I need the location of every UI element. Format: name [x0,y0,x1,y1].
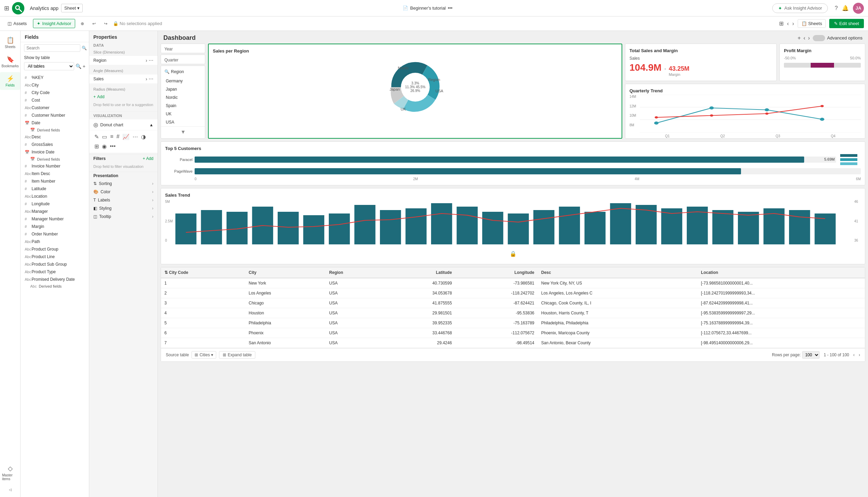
region-spain[interactable]: Spain [161,102,205,110]
region-germany[interactable]: Germany [161,77,205,85]
prev-page-icon[interactable]: ‹ [853,352,855,357]
col-desc[interactable]: Desc [538,267,698,278]
labels-row[interactable]: T Labels › [89,196,158,204]
sidebar-collapse-btn[interactable]: ◁ [0,485,20,494]
filter-add-btn[interactable]: + Add [143,156,153,161]
field-item-manager[interactable]: Abc Manager [21,208,89,215]
user-avatar[interactable]: JA [853,3,864,14]
col-city-code[interactable]: ⇅ City Code [161,267,245,278]
next-page-btn[interactable]: › [808,35,810,41]
sheet-dropdown[interactable]: Sheet ▾ [61,4,83,12]
field-item-product-sub[interactable]: Abc Product Sub Group [21,261,89,268]
field-item-desc[interactable]: Abc Desc [21,133,89,141]
tooltip-row[interactable]: ◫ Tooltip › [89,212,158,221]
col-location[interactable]: Location [697,267,865,278]
field-item-invoice-date[interactable]: 📅 Invoice Date [21,148,89,156]
field-item-product-type[interactable]: Abc Product Type [21,268,89,276]
derived-bottom[interactable]: Abc Derived fields [21,283,89,289]
cities-dropdown[interactable]: ⊞ Cities ▾ [192,351,216,359]
sales-expand-btn[interactable]: › [146,76,147,82]
styling-arrow[interactable]: › [152,206,153,211]
field-item-citycode[interactable]: # City Code [21,89,89,96]
sorting-row[interactable]: ⇅ Sorting › [89,180,158,188]
help-icon[interactable]: ? [835,5,838,11]
derived-invoice-date[interactable]: 📅 Derived fields [21,156,89,162]
quarter-dropdown-arrow[interactable]: ▾ [161,126,205,137]
field-item-grosssales[interactable]: # GrossSales [21,141,89,148]
magic-icon-btn[interactable]: ⊕ [78,20,87,27]
prev-page-btn[interactable]: ‹ [803,35,805,41]
sales-prop-row[interactable]: Sales › ⋯ [89,74,158,83]
sorting-arrow[interactable]: › [152,181,153,186]
field-item-item-desc[interactable]: Abc Item Desc [21,170,89,177]
fields-search-input[interactable] [24,44,80,52]
add-radius-row[interactable]: + Add [89,93,158,101]
viz-line-icon[interactable]: 📈 [121,132,130,141]
insight-advisor-button[interactable]: ✦ Insight Advisor [33,19,75,28]
donut-chart-selector[interactable]: ◎ Donut chart ▲ [89,119,158,130]
col-latitude[interactable]: Latitude [383,267,455,278]
viz-kpi-icon[interactable]: # [115,132,120,141]
field-item-promised[interactable]: Abc Promised Delivery Date [21,276,89,283]
grid-view-icon[interactable]: ⊞ [779,20,784,27]
field-item-product-group[interactable]: Abc Product Group [21,245,89,253]
forward-nav-icon[interactable]: › [792,21,794,27]
field-item-city[interactable]: Abc City [21,81,89,89]
col-region[interactable]: Region [326,267,383,278]
field-item-customer-number[interactable]: # Customer Number [21,112,89,119]
redo-icon[interactable]: ↪ [101,20,110,27]
viz-stack-icon[interactable]: ≡ [109,132,114,141]
bell-icon[interactable]: 🔔 [842,5,849,11]
edit-sheet-button[interactable]: ✎ Edit sheet [829,19,864,28]
back-nav-icon[interactable]: ‹ [787,21,789,27]
undo-icon[interactable]: ↩ [90,20,99,27]
col-longitude[interactable]: Longitude [455,267,538,278]
table-scroll-area[interactable]: ⇅ City Code City Region Latitude Longitu… [161,267,865,348]
labels-arrow[interactable]: › [152,198,153,203]
field-item-cost[interactable]: # Cost [21,96,89,104]
region-usa[interactable]: USA [161,118,205,126]
tooltip-arrow[interactable]: › [152,214,153,219]
viz-bar-icon[interactable]: ▭ [101,132,108,141]
app-grid-icon[interactable]: ⊞ [4,4,9,12]
field-item-path[interactable]: Abc Path [21,238,89,245]
ask-insight-button[interactable]: ✦ Ask Insight Advisor [772,3,828,13]
assets-button[interactable]: ◫ Assets [4,19,30,28]
donut-collapse-icon[interactable]: ▲ [149,123,153,127]
field-item-longitude[interactable]: # Longitude [21,200,89,208]
field-item-manager-number[interactable]: # Manager Number [21,215,89,223]
viz-pen-icon[interactable]: ✎ [93,132,100,141]
sidebar-item-master[interactable]: ◇ Master items [0,462,20,484]
more-icon[interactable]: ••• [448,5,453,11]
add-table-icon[interactable]: + [83,63,85,69]
field-item-item-number[interactable]: # Item Number [21,177,89,185]
sheets-button[interactable]: 📋 Sheets [798,19,826,28]
viz-more-icon[interactable]: ••• [109,142,117,151]
field-item-customer[interactable]: Abc Customer [21,104,89,112]
viz-scatter-icon[interactable]: ⋯ [131,132,139,141]
table-select[interactable]: All tables [24,62,74,70]
search-table-icon[interactable]: 🔍 [76,63,81,69]
styling-row[interactable]: ◧ Styling › [89,204,158,212]
sidebar-item-bookmarks[interactable]: 🔖 Bookmarks [0,53,20,71]
region-prop-row[interactable]: Region › ⋯ [89,56,158,65]
viz-gauge-icon[interactable]: ◉ [101,142,108,151]
toggle-switch[interactable] [813,35,825,41]
expand-table-btn[interactable]: ⊞ Expand table [219,351,255,359]
field-item-latitude[interactable]: # Latitude [21,185,89,193]
rows-select[interactable]: 100 [802,351,820,359]
region-expand-btn[interactable]: › [146,58,147,63]
field-item-date[interactable]: 📅 Date [21,119,89,127]
viz-pie-icon[interactable]: ◑ [140,132,147,141]
region-nordic[interactable]: Nordic [161,93,205,102]
add-widget-btn[interactable]: + [798,35,801,41]
region-japan[interactable]: Japan [161,85,205,93]
color-row[interactable]: 🎨 Color › [89,188,158,196]
next-page-icon[interactable]: › [859,352,860,357]
field-item-margin[interactable]: # Margin [21,223,89,230]
sales-more-btn[interactable]: ⋯ [149,76,153,82]
color-arrow[interactable]: › [152,189,153,194]
sidebar-item-sheets[interactable]: 📋 Sheets [0,34,20,51]
region-uk[interactable]: UK [161,110,205,118]
region-more-btn[interactable]: ⋯ [149,58,153,63]
